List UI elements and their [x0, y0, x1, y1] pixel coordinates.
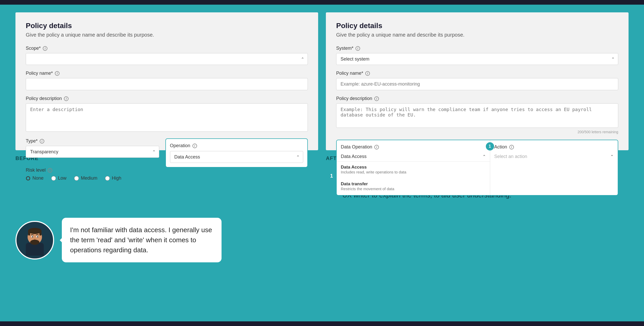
risk-none-radio[interactable] — [26, 176, 30, 181]
svg-rect-11 — [36, 235, 39, 235]
risk-level-options: None Low Medium High — [26, 175, 308, 181]
avatar — [15, 221, 54, 260]
scope-info-icon[interactable]: i — [43, 46, 47, 51]
data-op-value: Data Access — [341, 154, 482, 159]
after-policy-desc-label: Policy description i — [336, 96, 618, 101]
data-access-item: Data Access Includes read, write operati… — [337, 162, 490, 178]
before-panel-subtitle: Give the policy a unique name and descri… — [26, 32, 308, 38]
type-select-wrapper: Transparency ⌃ — [26, 146, 159, 158]
system-info-icon[interactable]: i — [355, 46, 360, 51]
svg-point-12 — [34, 239, 36, 240]
operation-label: Operation i — [170, 143, 303, 148]
data-op-action-row: Data Operation i Data Access ⌃ 1 Data Ac… — [336, 140, 618, 196]
type-field-group: Type* i Transparency ⌃ — [26, 138, 159, 162]
risk-none-option[interactable]: None — [26, 175, 44, 181]
speech-text: I'm not familiar with data access. I gen… — [70, 226, 212, 254]
after-policy-name-field-group: Policy name* i — [336, 71, 618, 90]
action-info-icon[interactable]: i — [509, 145, 514, 149]
system-field-group: System* i Select system ⌃ — [336, 46, 618, 65]
type-info-icon[interactable]: i — [40, 139, 44, 144]
operation-select[interactable]: Data Access — [170, 151, 303, 163]
operation-select-wrapper: Data Access ⌃ — [170, 151, 303, 163]
scope-label: Scope* i — [26, 46, 308, 51]
data-transfer-desc: Restricts the movement of data — [341, 187, 486, 191]
action-section: Action i Select an action ⌃ — [490, 140, 618, 195]
risk-level-label: Risk level i — [26, 168, 308, 173]
action-chevron-icon: ⌃ — [610, 154, 614, 159]
action-placeholder: Select an action — [494, 154, 610, 159]
policy-name-input[interactable] — [26, 78, 308, 90]
after-policy-name-label: Policy name* i — [336, 71, 618, 76]
policy-desc-label: Policy description i — [26, 96, 308, 101]
data-transfer-title: Data transfer — [341, 181, 486, 187]
policy-desc-info-icon[interactable]: i — [64, 96, 69, 101]
policy-name-field-group: Policy name* i — [26, 71, 308, 90]
scope-select[interactable] — [26, 53, 308, 65]
after-policy-desc-field-group: Policy description i 200/500 letters rem… — [336, 96, 618, 134]
operation-info-icon[interactable]: i — [192, 144, 197, 148]
action-header: Action i — [490, 140, 618, 150]
after-policy-desc-textarea[interactable] — [336, 103, 618, 128]
data-access-title: Data Access — [341, 165, 486, 170]
after-panel: Policy details Give the policy a unique … — [326, 12, 629, 150]
after-policy-name-input[interactable] — [336, 78, 618, 90]
svg-point-5 — [30, 240, 39, 245]
risk-low-option[interactable]: Low — [51, 175, 66, 181]
risk-level-info-icon[interactable]: i — [48, 168, 52, 173]
type-operation-row: Type* i Transparency ⌃ Operation i — [26, 138, 308, 168]
data-transfer-item: Data transfer Restricts the movement of … — [337, 178, 490, 195]
risk-low-radio[interactable] — [51, 176, 56, 181]
before-panel: Policy details Give the policy a unique … — [15, 12, 318, 150]
scope-field-group: Scope* i ⌃ — [26, 46, 308, 65]
data-op-info-icon[interactable]: i — [374, 145, 379, 149]
system-select-wrapper: Select system ⌃ — [336, 53, 618, 65]
system-select[interactable]: Select system — [336, 53, 618, 65]
after-policy-name-info-icon[interactable]: i — [365, 71, 370, 76]
type-select[interactable]: Transparency — [26, 146, 159, 158]
svg-rect-13 — [31, 241, 38, 242]
before-panel-title: Policy details — [26, 22, 308, 30]
risk-high-option[interactable]: High — [105, 175, 121, 181]
speech-bubble: I'm not familiar with data access. I gen… — [62, 218, 222, 262]
scope-select-wrapper: ⌃ — [26, 53, 308, 65]
data-op-badge: 1 — [486, 142, 494, 151]
svg-rect-10 — [31, 235, 33, 235]
policy-desc-textarea[interactable] — [26, 103, 308, 132]
svg-rect-4 — [39, 230, 41, 236]
data-access-desc: Includes read, write operations to data — [341, 170, 486, 174]
risk-medium-option[interactable]: Medium — [74, 175, 97, 181]
char-count: 200/500 letters remaining — [336, 130, 618, 134]
risk-level-field-group: Risk level i None Low Medium — [26, 168, 308, 181]
policy-name-info-icon[interactable]: i — [55, 71, 60, 76]
risk-high-radio[interactable] — [105, 176, 110, 181]
svg-point-8 — [32, 236, 33, 237]
after-panel-title: Policy details — [336, 22, 618, 30]
panels-row: Policy details Give the policy a unique … — [0, 5, 644, 150]
bottom-bar — [0, 321, 644, 326]
svg-point-9 — [37, 236, 38, 237]
action-dropdown[interactable]: Select an action ⌃ — [490, 152, 618, 161]
type-label: Type* i — [26, 138, 159, 144]
data-op-header: Data Operation i — [337, 140, 490, 150]
policy-desc-field-group: Policy description i — [26, 96, 308, 133]
data-op-section: Data Operation i Data Access ⌃ 1 Data Ac… — [337, 140, 490, 195]
after-panel-subtitle: Give the policy a unique name and descri… — [336, 32, 618, 38]
risk-medium-radio[interactable] — [74, 176, 79, 181]
system-label: System* i — [336, 46, 618, 51]
data-op-chevron-icon: ⌃ — [482, 154, 486, 159]
after-badge: 1 — [326, 170, 337, 181]
data-op-dropdown[interactable]: Data Access ⌃ — [337, 152, 490, 162]
svg-rect-3 — [28, 230, 30, 236]
policy-name-label: Policy name* i — [26, 71, 308, 76]
top-bar — [0, 0, 644, 5]
after-policy-desc-info-icon[interactable]: i — [374, 96, 379, 101]
main-container: Policy details Give the policy a unique … — [0, 5, 644, 321]
persona-section: I'm not familiar with data access. I gen… — [15, 166, 318, 314]
persona-avatar-svg — [21, 225, 49, 256]
operation-field-group: Operation i Data Access ⌃ — [165, 138, 308, 168]
